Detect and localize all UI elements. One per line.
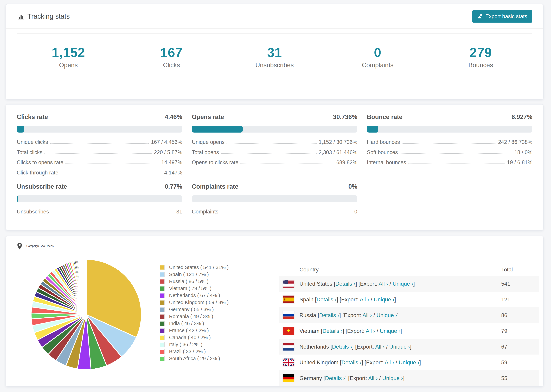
legend-item[interactable]: Germany ( 55 / 3% ) [159, 306, 240, 313]
export-unique-link[interactable]: Unique › [389, 343, 410, 350]
pie-slice[interactable] [86, 259, 86, 315]
rate-row: Unique opens1,152 / 30.736% [192, 139, 357, 145]
dotted-leader [65, 163, 159, 164]
export-unique-link[interactable]: Unique › [376, 312, 397, 318]
rate-row-value: 4.147% [164, 170, 182, 176]
legend-item[interactable]: South Africa ( 29 / 2% ) [159, 355, 240, 362]
country-name: Russia [299, 312, 318, 318]
details-link[interactable]: Details › [325, 375, 345, 381]
rate-row: Hard bounces242 / 86.738% [367, 139, 532, 145]
export-unique-link[interactable]: Unique › [399, 359, 419, 365]
page: Tracking stats Export basic stats 1,152O… [0, 0, 551, 392]
rate-row-label: Unsubscribes [17, 209, 49, 215]
total-column-header: Total [501, 266, 536, 273]
bar-chart-icon [17, 13, 24, 20]
stat-label: Clicks [163, 62, 180, 69]
legend-item[interactable]: Vietnam ( 79 / 5% ) [159, 285, 240, 292]
export-basic-stats-label: Export basic stats [485, 13, 527, 20]
stat-value: 167 [160, 45, 183, 60]
rate-row: Total opens2,303 / 61.446% [192, 149, 357, 155]
export-all-link[interactable]: All › [366, 328, 375, 334]
rate-row-label: Complaints [192, 209, 218, 215]
details-link[interactable]: Details › [332, 343, 352, 350]
details-link[interactable]: Details › [323, 328, 343, 334]
rate-row-label: Unique clicks [17, 139, 48, 145]
legend-swatch [159, 307, 165, 312]
table-row: United States [Details ›] [Export: All ›… [279, 276, 539, 292]
stat-box: 31Unsubscribes [223, 34, 326, 80]
dotted-leader [51, 213, 174, 213]
legend-label: Netherlands ( 67 / 4% ) [169, 293, 220, 298]
export-all-link[interactable]: All › [385, 359, 394, 365]
export-icon [477, 14, 483, 19]
export-basic-stats-button[interactable]: Export basic stats [472, 10, 532, 23]
legend-swatch [159, 328, 165, 333]
export-all-link[interactable]: All › [360, 296, 369, 302]
country-column-header: Country [299, 266, 501, 273]
rate-row-label: Internal bounces [367, 159, 406, 166]
rate-row-value: 242 / 86.738% [498, 139, 532, 145]
details-link[interactable]: Details › [335, 281, 355, 287]
progress-fill [192, 126, 243, 133]
legend-item[interactable]: Netherlands ( 67 / 4% ) [159, 292, 240, 299]
country-flag-icon-vn [283, 327, 294, 335]
details-link[interactable]: Details › [341, 359, 361, 365]
export-unique-link[interactable]: Unique › [380, 328, 400, 334]
details-link[interactable]: Details › [317, 296, 337, 302]
export-unique-link[interactable]: Unique › [393, 281, 413, 287]
legend-item[interactable]: Spain ( 121 / 7% ) [159, 271, 240, 278]
dotted-leader [400, 153, 512, 154]
legend-item[interactable]: United Kingdom ( 59 / 3% ) [159, 299, 240, 306]
export-all-link[interactable]: All › [368, 375, 378, 381]
legend-swatch [159, 321, 165, 326]
stats-strip: 1,152Opens167Clicks31Unsubscribes0Compla… [17, 33, 532, 80]
rate-title: Bounce rate [367, 113, 403, 121]
country-cell: Germany [Details ›] [Export: All › / Uni… [299, 375, 501, 381]
rate-row: Total clicks220 / 5.87% [17, 149, 182, 155]
legend-item[interactable]: Brazil ( 33 / 2% ) [159, 348, 240, 355]
export-unique-link[interactable]: Unique › [374, 296, 395, 302]
stat-box: 167Clicks [120, 34, 223, 80]
export-all-link[interactable]: All › [379, 281, 388, 287]
country-cell: Spain [Details ›] [Export: All › / Uniqu… [299, 296, 501, 303]
legend-item[interactable]: France ( 42 / 2% ) [159, 327, 240, 334]
legend-item[interactable]: Russia ( 86 / 5% ) [159, 278, 240, 285]
row-total: 121 [501, 296, 536, 303]
country-flag-icon-nl [283, 343, 294, 351]
table-row: United Kingdom [Details ›] [Export: All … [279, 355, 539, 370]
rate-row-value: 1,152 / 30.736% [319, 139, 357, 145]
rate-row-value: 31 [177, 209, 182, 215]
progress-bar [192, 195, 357, 202]
country-name: United Kingdom [299, 359, 340, 365]
rate-row-label: Click through rate [17, 170, 58, 176]
legend-item[interactable]: India ( 46 / 3% ) [159, 320, 240, 327]
dotted-leader [220, 213, 352, 213]
row-total: 79 [501, 328, 536, 334]
legend-item[interactable]: United States ( 541 / 31% ) [159, 264, 240, 271]
legend-label: Germany ( 55 / 3% ) [169, 307, 214, 312]
export-all-link[interactable]: All › [375, 343, 385, 350]
legend-item[interactable]: Canada ( 40 / 2% ) [159, 334, 240, 341]
legend-item[interactable]: Italy ( 36 / 2% ) [159, 341, 240, 348]
rates-grid: Clicks rate4.46%Unique clicks167 / 4.456… [17, 113, 532, 215]
export-all-link[interactable]: All › [362, 312, 372, 318]
country-cell: Russia [Details ›] [Export: All › / Uniq… [299, 312, 501, 318]
progress-bar [192, 126, 357, 133]
country-flag-icon-de [283, 374, 294, 382]
rate-title: Complaints rate [192, 183, 238, 190]
table-row: Vietnam [Details ›] [Export: All › / Uni… [279, 323, 539, 339]
legend-item[interactable]: Romania ( 49 / 3% ) [159, 313, 240, 320]
table-row: Germany [Details ›] [Export: All › / Uni… [279, 370, 539, 386]
export-unique-link[interactable]: Unique › [382, 375, 403, 381]
country-flag-icon-ru [283, 311, 294, 319]
rate-row-value: 2,303 / 61.446% [319, 149, 357, 155]
rate-row-value: 167 / 4.456% [151, 139, 182, 145]
rate-row-label: Total opens [192, 149, 219, 155]
country-cell: United States [Details ›] [Export: All ›… [299, 281, 501, 287]
rate-row-value: 18 / 0% [514, 149, 532, 155]
country-name: Netherlands [299, 343, 330, 350]
legend-swatch [159, 286, 165, 291]
geo-opens-title: Campaign Geo Opens [26, 245, 54, 248]
details-link[interactable]: Details › [319, 312, 339, 318]
rate-row: Internal bounces19 / 6.81% [367, 159, 532, 166]
